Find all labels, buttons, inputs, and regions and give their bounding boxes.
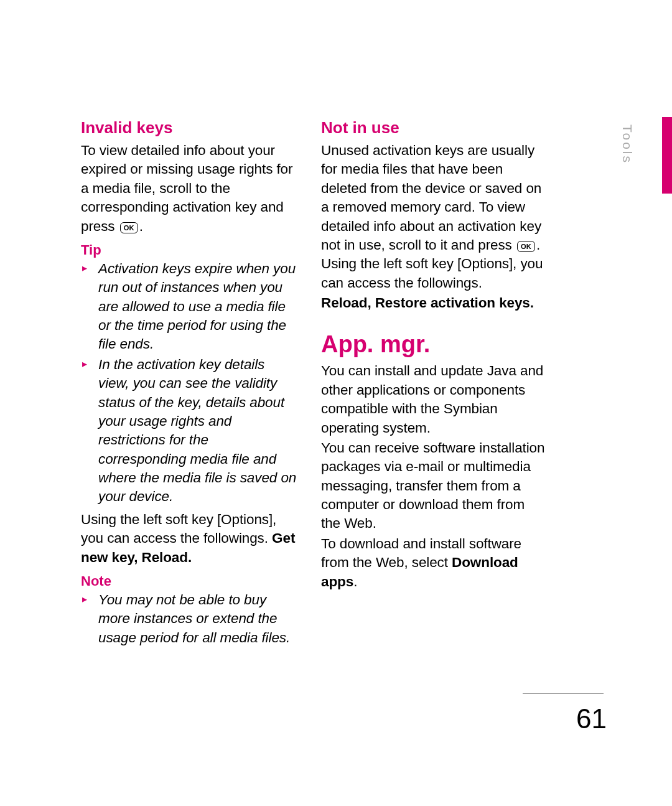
- two-column-layout: Invalid keys To view detailed info about…: [81, 118, 604, 649]
- paragraph-invalid-keys: To view detailed info about your expired…: [81, 141, 297, 236]
- heading-not-in-use: Not in use: [321, 118, 545, 138]
- heading-invalid-keys: Invalid keys: [81, 118, 297, 138]
- list-item: Activation keys expire when you run out …: [81, 260, 297, 354]
- tip-list: Activation keys expire when you run out …: [81, 260, 297, 507]
- heading-app-mgr: App. mgr.: [321, 331, 545, 358]
- left-column: Invalid keys To view detailed info about…: [81, 118, 297, 649]
- text: Using the left soft key [Options], you c…: [81, 512, 276, 546]
- list-item: You may not be able to buy more instance…: [81, 591, 297, 647]
- note-list: You may not be able to buy more instance…: [81, 591, 297, 647]
- note-label: Note: [81, 573, 297, 589]
- bold-text: Reload, Restore activation keys.: [321, 295, 534, 311]
- text: .: [353, 574, 357, 589]
- text: .: [139, 218, 143, 234]
- ok-button-icon: OK: [120, 222, 138, 233]
- tip-label: Tip: [81, 242, 297, 258]
- ok-button-icon: OK: [517, 241, 535, 252]
- paragraph-niu-bold: Reload, Restore activation keys.: [321, 294, 545, 312]
- section-label: Tools: [620, 124, 635, 164]
- footer-rule: [523, 693, 604, 694]
- thumb-tab: [662, 117, 672, 194]
- right-column: Not in use Unused activation keys are us…: [321, 118, 545, 649]
- paragraph-after-tip: Using the left soft key [Options], you c…: [81, 510, 297, 567]
- paragraph-appmgr-2: You can receive software installation pa…: [321, 439, 545, 533]
- paragraph-appmgr-3: To download and install software from th…: [321, 535, 545, 591]
- manual-page: Tools Invalid keys To view detailed info…: [0, 0, 672, 806]
- text: Unused activation keys are usually for m…: [321, 143, 541, 253]
- paragraph-appmgr-1: You can install and update Java and othe…: [321, 362, 545, 438]
- paragraph-not-in-use: Unused activation keys are usually for m…: [321, 141, 545, 293]
- list-item: In the activation key details view, you …: [81, 355, 297, 507]
- text: To view detailed info about your expired…: [81, 143, 292, 234]
- page-number: 61: [576, 703, 607, 734]
